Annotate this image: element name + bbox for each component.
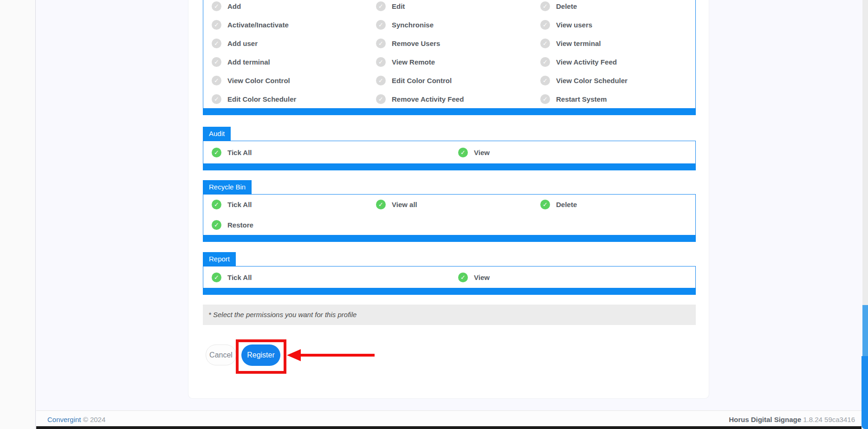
- permission-item[interactable]: ✓ Add: [203, 1, 368, 11]
- checkbox-icon: ✓: [212, 76, 221, 85]
- permission-item[interactable]: ✓ Add user: [203, 39, 368, 48]
- checkbox-icon: ✓: [376, 76, 386, 85]
- permission-item[interactable]: ✓ Synchronise: [368, 20, 532, 30]
- check-icon: ✓: [460, 150, 466, 156]
- permission-item[interactable]: ✓ Tick All: [203, 200, 368, 209]
- permission-label: Add terminal: [227, 58, 270, 66]
- permissions-box-recycle-bin: ✓ Tick All ✓ View all ✓ Delete ✓ Restore: [203, 194, 696, 235]
- check-icon: ✓: [214, 202, 219, 208]
- section-tab-report: Report: [203, 252, 236, 266]
- permissions-page: ✓ Add ✓ Edit ✓ Delete ✓ Activate/Inactiv…: [0, 0, 868, 429]
- permission-label: Delete: [556, 201, 577, 208]
- checkbox-icon: ✓: [376, 20, 386, 30]
- permission-item[interactable]: ✓ View Color Scheduler: [532, 76, 696, 85]
- checkbox-icon: ✓: [458, 148, 468, 157]
- permission-label: Edit Color Control: [392, 77, 452, 84]
- check-icon: ✓: [543, 59, 548, 65]
- permission-item[interactable]: ✓ Edit Color Control: [368, 76, 532, 85]
- permission-item[interactable]: ✓ View Remote: [368, 57, 532, 67]
- check-icon: ✓: [378, 202, 383, 208]
- checkbox-icon: ✓: [212, 57, 221, 67]
- permission-item[interactable]: ✓ Tick All: [203, 273, 450, 282]
- permission-label: Activate/Inactivate: [227, 21, 289, 29]
- check-icon: ✓: [543, 22, 548, 28]
- annotation-arrow-head-icon: [287, 349, 301, 361]
- permission-label: Remove Users: [392, 39, 440, 47]
- checkbox-icon: ✓: [458, 273, 468, 282]
- permission-item[interactable]: ✓ Delete: [532, 200, 696, 209]
- check-icon: ✓: [460, 274, 466, 280]
- permission-item[interactable]: ✓ Restore: [203, 220, 368, 230]
- checkbox-icon: ✓: [212, 220, 221, 230]
- checkbox-icon: ✓: [376, 1, 386, 11]
- permission-item[interactable]: ✓ View: [450, 273, 696, 282]
- section-tab-recycle-bin: Recycle Bin: [203, 180, 252, 194]
- permission-item[interactable]: ✓ View users: [532, 20, 696, 30]
- permission-item[interactable]: ✓ Delete: [532, 1, 696, 11]
- permission-label: Delete: [556, 2, 577, 10]
- permission-item[interactable]: ✓ View Color Control: [203, 76, 368, 85]
- checkbox-icon: ✓: [376, 39, 386, 48]
- section-tab-audit: Audit: [203, 127, 231, 141]
- check-icon: ✓: [214, 22, 219, 28]
- section-bottom-bar: [203, 235, 696, 242]
- scrollbar-bottom-thumb[interactable]: [862, 356, 868, 429]
- check-icon: ✓: [543, 40, 548, 46]
- permission-label: View all: [392, 201, 417, 208]
- checkbox-icon: ✓: [540, 20, 550, 30]
- permissions-box-audit: ✓ Tick All ✓ View: [203, 141, 696, 164]
- checkbox-icon: ✓: [376, 57, 386, 67]
- permission-label: Edit: [392, 2, 405, 10]
- permission-label: Tick All: [227, 273, 252, 281]
- checkbox-icon: ✓: [212, 94, 221, 104]
- checkbox-icon: ✓: [540, 94, 550, 104]
- scrollbar-track[interactable]: [862, 0, 868, 356]
- check-icon: ✓: [543, 3, 548, 9]
- check-icon: ✓: [543, 96, 548, 102]
- permission-item[interactable]: ✓ Remove Users: [368, 39, 532, 48]
- left-sidebar-strip: [0, 0, 36, 429]
- checkbox-icon: ✓: [540, 1, 550, 11]
- check-icon: ✓: [378, 3, 383, 9]
- permission-label: View Activity Feed: [556, 58, 617, 66]
- permission-item[interactable]: ✓ Add terminal: [203, 57, 368, 67]
- permission-label: Tick All: [227, 201, 252, 208]
- permission-label: View Color Scheduler: [556, 77, 628, 84]
- permission-label: Synchronise: [392, 21, 434, 29]
- check-icon: ✓: [214, 59, 219, 65]
- permission-item[interactable]: ✓ Remove Activity Feed: [368, 94, 532, 104]
- checkbox-icon: ✓: [540, 57, 550, 67]
- permission-item[interactable]: ✓ Edit: [368, 1, 532, 11]
- checkbox-icon: ✓: [540, 200, 550, 209]
- check-icon: ✓: [378, 22, 383, 28]
- permission-label: Add user: [227, 39, 258, 47]
- scrollbar-thumb[interactable]: [862, 305, 868, 356]
- cancel-button[interactable]: Cancel: [206, 344, 236, 365]
- permission-item[interactable]: ✓ View terminal: [532, 39, 696, 48]
- permission-item[interactable]: ✓ View all: [368, 200, 532, 209]
- section-bottom-bar: [203, 164, 696, 170]
- permissions-box-report: ✓ Tick All ✓ View: [203, 266, 696, 288]
- section-bottom-bar: [203, 109, 696, 115]
- permission-item[interactable]: ✓ Activate/Inactivate: [203, 20, 368, 30]
- checkbox-icon: ✓: [212, 39, 221, 48]
- permission-item[interactable]: ✓ Restart System: [532, 94, 696, 104]
- check-icon: ✓: [214, 96, 219, 102]
- checkbox-icon: ✓: [540, 39, 550, 48]
- permission-item[interactable]: ✓ Edit Color Scheduler: [203, 94, 368, 104]
- checkbox-icon: ✓: [212, 148, 221, 157]
- check-icon: ✓: [214, 274, 219, 280]
- permission-label: Tick All: [227, 149, 252, 156]
- check-icon: ✓: [378, 40, 383, 46]
- convergint-link[interactable]: Convergint: [47, 416, 81, 423]
- permission-label: View: [474, 149, 490, 156]
- permission-item[interactable]: ✓ View Activity Feed: [532, 57, 696, 67]
- copyright-text: © 2024: [83, 416, 106, 423]
- permissions-box-general: ✓ Add ✓ Edit ✓ Delete ✓ Activate/Inactiv…: [203, 0, 696, 109]
- permission-item[interactable]: ✓ View: [450, 148, 696, 157]
- check-icon: ✓: [214, 40, 219, 46]
- check-icon: ✓: [543, 78, 548, 84]
- permissions-note: * Select the permissions you want for th…: [203, 305, 696, 325]
- check-icon: ✓: [214, 150, 219, 156]
- permission-item[interactable]: ✓ Tick All: [203, 148, 450, 157]
